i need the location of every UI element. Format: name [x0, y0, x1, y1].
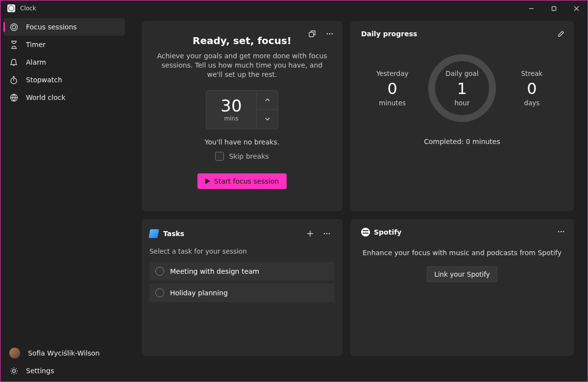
focus-title: Ready, set, focus! [154, 35, 330, 47]
tasks-hint: Select a task for your session [149, 247, 335, 255]
stat-streak: Streak 0 days [502, 70, 561, 107]
sidebar-item-label: Alarm [26, 58, 46, 66]
svg-point-15 [561, 231, 562, 233]
sidebar: Focus sessions Timer Alarm Stopwatch Wor… [0, 16, 128, 382]
spotify-more-button[interactable] [553, 224, 569, 239]
task-label: Meeting with design team [170, 267, 259, 275]
sidebar-item-label: Stopwatch [26, 76, 62, 84]
clock-app-icon [7, 4, 15, 12]
minutes-increase-button[interactable] [257, 91, 278, 110]
sidebar-item-label: Focus sessions [26, 23, 77, 31]
settings-label: Settings [26, 367, 54, 375]
hourglass-icon [9, 41, 18, 49]
task-radio[interactable] [155, 288, 164, 297]
stat-unit: days [502, 99, 561, 107]
start-focus-button[interactable]: Start focus session [197, 173, 287, 189]
spotify-card: Spotify Enhance your focus with music an… [350, 219, 574, 356]
tasks-more-button[interactable] [319, 226, 335, 241]
sidebar-item-label: Timer [26, 41, 46, 48]
skip-breaks-checkbox[interactable] [215, 152, 224, 161]
start-button-label: Start focus session [214, 177, 279, 185]
sidebar-item-focus-sessions[interactable]: Focus sessions [3, 18, 125, 36]
svg-point-12 [326, 233, 328, 235]
daily-progress-card: Daily progress Yesterday 0 minutes Daily… [350, 21, 574, 211]
titlebar: Clock [0, 0, 588, 16]
sidebar-item-timer[interactable]: Timer [3, 36, 125, 53]
stat-yesterday: Yesterday 0 minutes [363, 70, 422, 107]
link-spotify-label: Link your Spotify [434, 270, 490, 278]
focus-session-card: Ready, set, focus! Achieve your goals an… [142, 21, 343, 211]
minutes-display[interactable]: 30 mins [206, 91, 256, 129]
progress-title: Daily progress [361, 30, 563, 38]
stat-value: 0 [502, 79, 561, 98]
stat-label: Streak [502, 70, 561, 77]
skip-breaks-label: Skip breaks [229, 152, 269, 160]
user-name: Sofia Wyciślik-Wilson [28, 349, 99, 357]
task-item[interactable]: Holiday planning [149, 284, 335, 302]
todo-icon [148, 229, 159, 238]
svg-rect-0 [552, 6, 556, 10]
spotify-icon [361, 228, 370, 237]
svg-point-2 [12, 25, 16, 29]
breaks-note: You'll have no breaks. [154, 138, 330, 146]
focus-subtitle: Achieve your goals and get more done wit… [154, 51, 330, 79]
app-title: Clock [20, 5, 36, 12]
spotify-title: Spotify [374, 228, 401, 236]
target-icon [9, 23, 18, 31]
svg-point-14 [558, 231, 560, 233]
spotify-message: Enhance your focus with music and podcas… [361, 248, 563, 258]
maximize-button[interactable] [542, 0, 565, 16]
minutes-spinbox: 30 mins [206, 90, 278, 129]
play-icon [205, 178, 210, 184]
completed-text: Completed: 0 minutes [361, 138, 563, 145]
window-controls [520, 0, 588, 16]
task-item[interactable]: Meeting with design team [149, 262, 335, 281]
gear-icon [9, 367, 18, 375]
sidebar-item-stopwatch[interactable]: Stopwatch [3, 71, 125, 89]
task-label: Holiday planning [170, 289, 228, 297]
svg-point-16 [563, 231, 564, 233]
svg-rect-6 [309, 32, 314, 37]
svg-point-1 [10, 24, 17, 30]
avatar [9, 348, 20, 358]
more-button[interactable] [322, 26, 338, 42]
tasks-title: Tasks [163, 230, 184, 238]
sidebar-user[interactable]: Sofia Wyciślik-Wilson [3, 344, 125, 362]
bell-icon [9, 58, 18, 67]
stopwatch-icon [9, 76, 18, 84]
globe-icon [9, 94, 18, 102]
link-spotify-button[interactable]: Link your Spotify [427, 266, 497, 282]
close-button[interactable] [565, 0, 588, 16]
svg-point-8 [329, 33, 331, 35]
minutes-unit: mins [224, 115, 239, 122]
sidebar-item-alarm[interactable]: Alarm [3, 53, 125, 71]
stat-value: 0 [363, 79, 422, 98]
sidebar-settings[interactable]: Settings [3, 362, 125, 380]
svg-point-11 [324, 233, 325, 235]
svg-point-13 [329, 233, 330, 235]
stat-unit: minutes [363, 99, 422, 107]
minutes-value: 30 [220, 97, 242, 114]
svg-point-10 [432, 58, 492, 119]
task-radio[interactable] [155, 267, 164, 276]
minimize-button[interactable] [520, 0, 542, 16]
edit-goal-button[interactable] [553, 26, 569, 42]
add-task-button[interactable] [302, 226, 318, 241]
sidebar-item-world-clock[interactable]: World clock [3, 89, 125, 106]
daily-goal-ring: Daily goal 1 hour [425, 51, 499, 125]
svg-point-9 [332, 33, 333, 35]
keep-on-top-button[interactable] [304, 26, 320, 42]
stat-label: Yesterday [363, 70, 422, 77]
minutes-decrease-button[interactable] [257, 110, 278, 129]
tasks-card: Tasks Select a task for your session Mee… [142, 219, 343, 356]
svg-point-5 [12, 369, 15, 372]
sidebar-item-label: World clock [26, 94, 66, 101]
svg-point-7 [327, 33, 328, 35]
main-content: Ready, set, focus! Achieve your goals an… [128, 16, 588, 382]
